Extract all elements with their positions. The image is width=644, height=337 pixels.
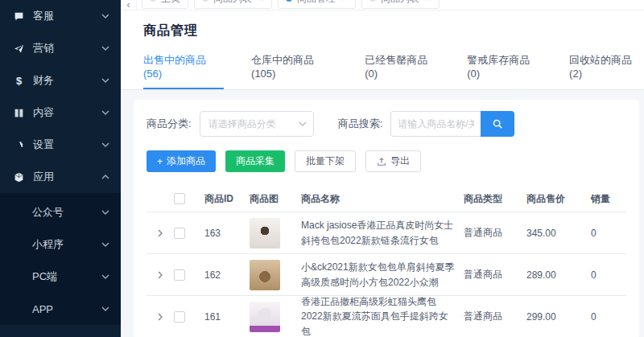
product-table: 商品ID 商品图 商品名称 商品类型 商品售价 销量 163 Mack jasi… [147,186,626,337]
table-header: 商品ID 商品图 商品名称 商品类型 商品售价 销量 [147,186,626,212]
cube-icon [13,171,25,183]
column-header-name: 商品名称 [301,191,464,207]
product-name: 香港正品撤柜高级彩虹猫头鹰包2022新款夏流苏面具包手提斜跨女包 [301,294,464,337]
column-header-image: 商品图 [250,192,301,206]
search-group: 商品搜索: [338,111,515,137]
page-tabbar: ‹ 主页 商品列表 × 商品管理 × 商品列表 × [121,0,644,10]
column-header-id: 商品ID [204,192,250,206]
chevron-down-icon [101,273,109,281]
product-name: 小&ck2021新款女包包单肩斜挎夏季高级质感时尚小方包2022小众潮 [301,260,464,290]
batch-offshelf-button[interactable]: 批量下架 [295,150,356,172]
sidebar-item-customer-service[interactable]: 客服 [0,0,121,32]
plus-icon: + [157,156,163,167]
row-expand-icon[interactable] [147,313,174,321]
chevron-down-icon [101,109,109,117]
tab-stock-alert[interactable]: 警戒库存商品(0) [467,53,542,89]
row-expand-icon[interactable] [147,271,174,279]
sidebar-item-finance[interactable]: $ 财务 [0,64,121,97]
close-icon[interactable]: × [342,0,348,4]
export-label: 导出 [390,154,410,168]
product-price: 299.00 [526,311,591,323]
main-area: ‹ 主页 商品列表 × 商品管理 × 商品列表 × 商品 [121,0,644,337]
sidebar-item-official-account[interactable]: 公众号 [0,196,121,228]
sidebar-subitem-label: 公众号 [32,205,64,220]
export-button[interactable]: 导出 [365,150,421,172]
row-expand-icon[interactable] [147,229,174,237]
sidebar-item-marketing[interactable]: 营销 [0,32,121,64]
table-row: 163 Mack jasiose香港正品真皮时尚女士斜挎包包2022新款链条流行… [147,212,626,254]
sidebar-submenu-apps: 公众号 小程序 PC端 APP [0,193,121,325]
category-filter-label: 商品分类: [147,117,192,131]
action-buttons: + 添加商品 商品采集 批量下架 导出 [147,150,626,172]
search-button[interactable] [481,111,514,137]
collect-label: 商品采集 [236,154,275,168]
sidebar: 客服 营销 $ 财务 内容 设置 [0,0,121,337]
search-icon [492,118,503,129]
tab-in-warehouse[interactable]: 仓库中的商品(105) [251,53,337,89]
product-type: 普通商品 [464,310,526,323]
sidebar-item-settings[interactable]: 设置 [0,129,121,161]
status-tabs: 出售中的商品(56) 仓库中的商品(105) 已经售罄商品(0) 警戒库存商品(… [121,39,644,90]
product-sales: 0 [591,269,626,281]
sidebar-item-apps[interactable]: 应用 [0,161,121,193]
product-type: 普通商品 [464,226,526,240]
sidebar-item-label: 内容 [33,105,54,120]
page-title: 商品管理 [143,23,644,39]
add-product-button[interactable]: + 添加商品 [147,150,216,172]
sidebar-item-content[interactable]: 内容 [0,97,121,129]
add-product-label: 添加商品 [167,154,205,168]
page-tab-home[interactable]: 主页 [142,0,188,9]
export-icon [377,157,386,166]
chevron-down-icon [101,44,109,52]
sidebar-item-label: 财务 [33,73,54,88]
chevron-up-icon [101,173,109,181]
page-tab-label: 主页 [161,0,180,6]
batch-offshelf-label: 批量下架 [306,154,345,168]
product-sales: 0 [591,228,626,239]
sidebar-item-label: 应用 [33,170,54,184]
product-name: Mack jasiose香港正品真皮时尚女士斜挎包包2022新款链条流行女包 [301,218,464,248]
page-header: 商品管理 [121,10,644,39]
column-header-price: 商品售价 [526,192,591,206]
dollar-icon: $ [13,75,25,87]
tab-sold-out[interactable]: 已经售罄商品(0) [365,53,440,89]
close-icon[interactable]: × [426,0,431,4]
tab-scroll-left-icon[interactable]: ‹ [121,0,137,10]
sidebar-item-mini-program[interactable]: 小程序 [0,228,121,261]
row-checkbox[interactable] [174,311,185,323]
close-icon[interactable]: × [258,0,264,4]
sidebar-item-pc[interactable]: PC端 [0,261,121,293]
sidebar-item-app[interactable]: APP [0,293,121,325]
book-icon [13,107,25,119]
category-select-placeholder: 请选择商品分类 [208,117,299,131]
tab-dot-icon [202,0,208,2]
chevron-down-icon [299,120,307,128]
filter-row: 商品分类: 请选择商品分类 商品搜索: [147,111,626,137]
collect-product-button[interactable]: 商品采集 [225,150,285,172]
chevron-down-icon [101,76,109,84]
tab-recycle-bin[interactable]: 回收站的商品(2) [569,53,644,89]
sidebar-item-label: 客服 [33,9,54,23]
chevron-down-icon [101,141,109,149]
row-checkbox[interactable] [174,269,185,281]
chevron-down-icon [101,305,109,313]
column-header-sales: 销量 [591,192,626,206]
tab-dot-icon [150,0,156,2]
product-id: 162 [204,269,250,281]
page-tab-label: 商品管理 [297,0,336,6]
content-card: 商品分类: 请选择商品分类 商品搜索: + 添加商品 商品采集 [134,100,639,337]
tab-on-sale[interactable]: 出售中的商品(56) [143,53,224,89]
category-select[interactable]: 请选择商品分类 [200,111,314,137]
product-id: 161 [204,311,250,323]
chat-icon [13,10,25,23]
row-checkbox[interactable] [174,228,185,239]
send-icon [13,43,25,55]
page-tab-label: 商品列表 [381,0,419,6]
page-tab-product-list-1[interactable]: 商品列表 × [194,0,272,9]
page-tab-product-manage[interactable]: 商品管理 × [278,0,356,9]
table-row: 162 小&ck2021新款女包包单肩斜挎夏季高级质感时尚小方包2022小众潮 … [147,254,626,296]
page-tab-product-list-2[interactable]: 商品列表 × [361,0,440,9]
select-all-checkbox[interactable] [174,193,185,204]
search-input[interactable] [390,111,481,137]
sidebar-subitem-label: APP [32,303,53,315]
